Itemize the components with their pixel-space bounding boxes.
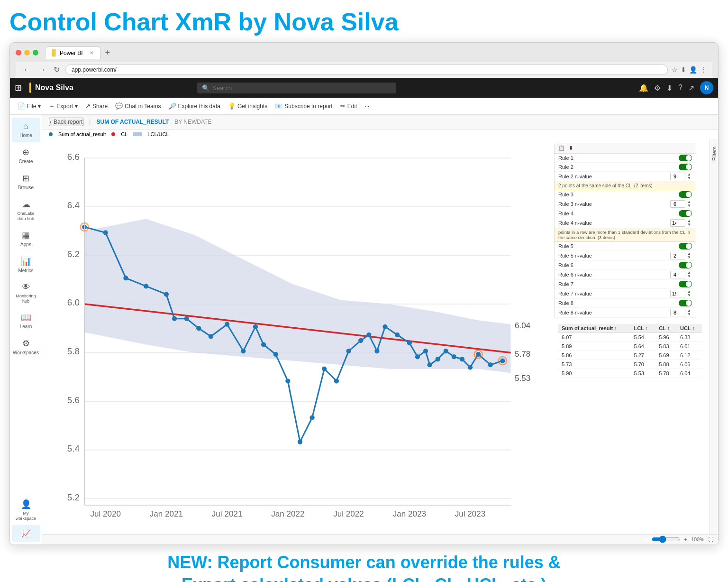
- more-actions-button[interactable]: ···: [362, 102, 372, 111]
- dot-green[interactable]: [33, 50, 38, 55]
- grid-icon[interactable]: ⊞: [15, 83, 22, 93]
- col-lcl[interactable]: LCL ↑: [630, 324, 655, 333]
- col-cl[interactable]: CL ↑: [655, 324, 676, 333]
- address-input[interactable]: [65, 65, 668, 75]
- rule-4-nvalue-input[interactable]: [670, 219, 685, 227]
- share-topbar-icon[interactable]: ↗: [688, 83, 694, 92]
- rule-7-toggle[interactable]: [679, 281, 692, 287]
- svg-point-36: [261, 342, 266, 347]
- download-icon[interactable]: ⬇: [681, 66, 686, 74]
- browser-tab-powerbi[interactable]: ▊ Power BI ✕: [45, 46, 100, 59]
- fullscreen-icon[interactable]: ⛶: [708, 536, 713, 542]
- rule-5-nvalue-input[interactable]: [670, 252, 685, 259]
- rule-8-label: Rule 8: [558, 300, 601, 306]
- address-icons: ☆ ⬇ 👤 ⋮: [672, 66, 707, 74]
- profile-icon[interactable]: 👤: [689, 66, 697, 74]
- rule-8-nvalue-row: Rule 8 n-value ▲ ▼: [555, 308, 696, 318]
- svg-point-27: [144, 284, 148, 288]
- table-icon: 📋: [558, 145, 565, 151]
- more-icon[interactable]: ⋮: [700, 66, 707, 74]
- edit-button[interactable]: ✏ Edit: [337, 101, 360, 111]
- rule-5-nvalue-row: Rule 5 n-value ▲ ▼: [555, 251, 696, 261]
- avatar[interactable]: N: [700, 81, 713, 94]
- rule-6-nvalue-down[interactable]: ▼: [686, 275, 692, 278]
- download-rules-icon[interactable]: ⬇: [569, 145, 573, 151]
- cell-cl-5: 5.78: [655, 369, 676, 378]
- tab-title: Power BI: [60, 50, 83, 56]
- metrics-icon: 📊: [21, 256, 31, 267]
- rule-5-nvalue-down[interactable]: ▼: [686, 256, 692, 259]
- sidebar-item-home[interactable]: ⌂ Home: [12, 118, 40, 142]
- sidebar-item-learn[interactable]: 📖 Learn: [12, 308, 40, 333]
- sidebar-item-create[interactable]: ⊕ Create: [12, 143, 40, 168]
- subscribe-button[interactable]: 📧 Subscribe to report: [272, 101, 335, 111]
- rule-6-toggle[interactable]: [679, 262, 692, 268]
- chat-in-teams-button[interactable]: 💬 Chat in Teams: [112, 101, 164, 111]
- pbi-sidebar: ⌂ Home ⊕ Create ⊞ Browse ☁ OneLake data …: [10, 115, 42, 545]
- rule-8-nvalue-spin: ▲ ▼: [686, 309, 692, 316]
- rule-8-toggle[interactable]: [679, 300, 692, 306]
- browser-tabs: ▊ Power BI ✕ +: [45, 46, 114, 59]
- reload-button[interactable]: ↻: [52, 64, 62, 75]
- table-row: 5.73 5.70 5.88 6.06: [558, 360, 702, 369]
- rule-3-toggle[interactable]: [679, 191, 692, 198]
- rule-7-nvalue-row: Rule 7 n-value ▲ ▼: [555, 289, 696, 299]
- svg-text:5.6: 5.6: [67, 395, 80, 405]
- zoom-slider[interactable]: [652, 536, 680, 543]
- search-input[interactable]: [212, 84, 391, 92]
- sidebar-item-my-workspace[interactable]: 👤 My workspace: [12, 495, 40, 525]
- rule-7-nvalue-input[interactable]: [670, 290, 685, 297]
- rule-6-nvalue-input[interactable]: [670, 271, 685, 278]
- dot-yellow[interactable]: [24, 50, 30, 55]
- dot-red[interactable]: [16, 50, 21, 55]
- get-insights-button[interactable]: 💡 Get insights: [225, 101, 270, 111]
- cell-sum-5: 5.90: [558, 369, 630, 378]
- pbi-search-bar[interactable]: 🔍: [197, 83, 396, 93]
- rule-2-nvalue-down[interactable]: ▼: [686, 176, 692, 180]
- rule-4-toggle[interactable]: [679, 210, 692, 217]
- pbi-breadcrumb: ‹ Back report | SUM OF ACTUAL_RESULT BY …: [42, 115, 718, 129]
- rule-1-toggle[interactable]: [679, 155, 692, 161]
- filters-panel[interactable]: Filters: [710, 139, 718, 534]
- col-ucl[interactable]: UCL ↑: [676, 324, 702, 333]
- forward-button[interactable]: →: [36, 65, 48, 75]
- new-tab-button[interactable]: +: [101, 46, 114, 59]
- rule-5-toggle[interactable]: [679, 243, 692, 249]
- svg-text:6.4: 6.4: [67, 200, 80, 210]
- sidebar-item-metrics[interactable]: 📊 Metrics: [12, 252, 40, 277]
- cell-sum-1: 6.07: [558, 333, 630, 342]
- notification-icon[interactable]: 🔔: [639, 83, 648, 92]
- download-topbar-icon[interactable]: ⬇: [666, 83, 673, 92]
- rule-7-nvalue-down[interactable]: ▼: [686, 294, 692, 297]
- rule-8-nvalue-down[interactable]: ▼: [686, 313, 692, 316]
- sidebar-item-workspaces[interactable]: ⚙ Workspaces: [12, 334, 40, 360]
- sidebar-item-active-report[interactable]: 📈: [12, 525, 40, 542]
- explore-button[interactable]: 🔎 Explore this data: [166, 101, 223, 111]
- back-report-button[interactable]: ‹ Back report: [49, 118, 83, 126]
- share-button[interactable]: ↗ Share: [82, 101, 110, 111]
- sidebar-item-browse[interactable]: ⊞ Browse: [12, 169, 40, 194]
- file-button[interactable]: 📄 File ▾: [15, 101, 44, 111]
- export-button[interactable]: → Export ▾: [46, 101, 81, 111]
- sidebar-item-apps[interactable]: ▦ Apps: [12, 226, 40, 251]
- help-icon[interactable]: ?: [678, 83, 682, 92]
- tab-close-icon[interactable]: ✕: [90, 50, 93, 55]
- sidebar-item-onelake[interactable]: ☁ OneLake data hub: [12, 195, 40, 225]
- bookmark-icon[interactable]: ☆: [672, 66, 678, 74]
- rule-2-toggle[interactable]: [679, 164, 692, 170]
- settings-icon[interactable]: ⚙: [654, 83, 661, 92]
- rule-2-nvalue-input[interactable]: [670, 173, 685, 180]
- pbi-main: ⌂ Home ⊕ Create ⊞ Browse ☁ OneLake data …: [10, 115, 718, 545]
- rule-6-nvalue-spin: ▲ ▼: [686, 271, 692, 278]
- sidebar-item-monitoring[interactable]: 👁 Monitoring hub: [12, 278, 40, 308]
- rule-3-nvalue-down[interactable]: ▼: [686, 204, 692, 208]
- rule-3-nvalue-input[interactable]: [670, 200, 685, 208]
- rule-4-nvalue-control: ▲ ▼: [670, 219, 692, 227]
- col-sum[interactable]: Sum of actual_result ↑: [558, 324, 630, 333]
- rule-8-nvalue-input[interactable]: [670, 309, 685, 316]
- rule-4-nvalue-label: Rule 4 n-value: [558, 220, 601, 226]
- back-button[interactable]: ←: [21, 65, 33, 75]
- cell-cl-1: 5.96: [655, 333, 676, 342]
- svg-point-57: [468, 365, 473, 370]
- rule-4-nvalue-down[interactable]: ▼: [686, 223, 692, 227]
